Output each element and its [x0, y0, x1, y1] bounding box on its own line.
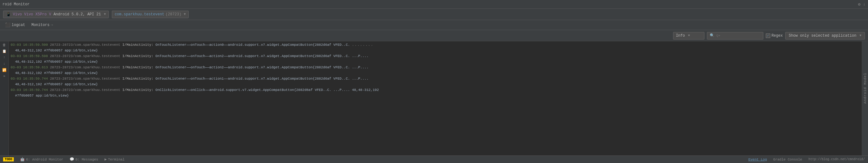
- android-monitor-tab[interactable]: 🤖 6: Android Monitor: [20, 157, 63, 162]
- search-icon: 🔍: [710, 33, 714, 38]
- gutter-delete-icon[interactable]: 🗑: [2, 42, 7, 47]
- log-cont-text-2: 48,48-312,192 #7f0b0057 app:id/btn_view}: [15, 59, 98, 65]
- phone-icon: 📱: [6, 12, 11, 17]
- minimize-icon[interactable]: ↓: [863, 2, 866, 7]
- log-pid-1: 28723-28723/com.sparkhuu.testevent: [50, 42, 122, 47]
- log-line[interactable]: 03-03 16:35:59.598 28723-28723/com.spark…: [9, 53, 862, 59]
- terminal-label: Terminal: [108, 158, 125, 161]
- log-tag-5: MainActivity:: [127, 87, 155, 93]
- regex-label: Regex: [772, 34, 783, 38]
- android-model-label: Android Model: [863, 73, 867, 104]
- log-cont-text-3: 48,48-312,192 #7f0b0057 app:id/btn_view}: [15, 70, 98, 76]
- url-text: http://blog.csdn.net/cmndroid/: [808, 158, 865, 161]
- log-level-1: I/: [122, 42, 126, 47]
- log-level-5: I/: [122, 87, 126, 93]
- tab-logcat[interactable]: ⬛ logcat: [2, 21, 28, 29]
- log-msg-5: OnClickListener——onClick——android.suppor…: [155, 87, 379, 93]
- log-continuation-1: 48,48-312,192 #7f0b0057 app:id/btn_view}: [9, 47, 862, 53]
- terminal-tab[interactable]: ▶ Terminal: [104, 157, 124, 162]
- messages-label: 0: Messages: [75, 158, 98, 161]
- title-bar: roid Monitor ⚙ ↓: [0, 0, 868, 9]
- log-pid-3: 28723-28723/com.sparkhuu.testevent: [50, 65, 122, 70]
- status-bar: TODO 🤖 6: Android Monitor 💬 0: Messages …: [0, 156, 868, 163]
- monitors-pin-icon: →: [51, 23, 53, 27]
- app-dropdown-arrow: ▼: [184, 12, 186, 16]
- log-level-2: I/: [122, 53, 126, 59]
- log-pid-4: 28723-28723/com.sparkhuu.testevent: [50, 76, 122, 82]
- tab-monitors[interactable]: Monitors →: [28, 22, 56, 29]
- device-dropdown-arrow: ▼: [104, 12, 106, 16]
- device-name: Vivo Vivo X5Pro V Android 5.0.2, API 21: [13, 12, 101, 17]
- level-dropdown[interactable]: Info ▼: [673, 32, 705, 39]
- level-dropdown-arrow: ▼: [688, 34, 690, 37]
- logcat-icon: ⬛: [5, 22, 10, 28]
- log-continuation-3: 48,48-312,192 #7f0b0057 app:id/btn_view}: [9, 70, 862, 76]
- log-lines: 03-03 16:35:59.500 28723-28723/com.spark…: [9, 41, 862, 156]
- log-level-4: I/: [122, 76, 126, 82]
- device-bar: 📱 Vivo Vivo X5Pro V Android 5.0.2, API 2…: [0, 9, 868, 20]
- regex-checkbox[interactable]: ✓: [766, 34, 770, 38]
- log-tag-1: MainActivity:: [127, 42, 155, 47]
- log-tag-2: MainActivity:: [127, 53, 155, 59]
- log-tag-4: MainActivity:: [127, 76, 155, 82]
- log-date-2: 03-03: [11, 53, 23, 59]
- log-time-3: 16:35:59.613: [23, 65, 50, 70]
- show-selected-dropdown-arrow: ▼: [860, 34, 861, 37]
- todo-badge[interactable]: TODO: [3, 157, 14, 161]
- log-date-1: 03-03: [11, 42, 23, 47]
- title-bar-left: roid Monitor: [2, 2, 29, 7]
- gutter-down-icon[interactable]: ↓: [2, 61, 7, 66]
- log-gutter: 🗑 📋 ↑ ↓ 🔁 »: [0, 41, 9, 156]
- app-selector[interactable]: com.sparkhuu.testevent (28723) ▼: [112, 11, 189, 18]
- tabs-bar: ⬛ logcat Monitors →: [0, 20, 868, 30]
- gutter-refresh-icon[interactable]: 🔁: [2, 67, 7, 73]
- messages-tab[interactable]: 💬 0: Messages: [69, 157, 98, 162]
- log-continuation-2: 48,48-312,192 #7f0b0057 app:id/btn_view}: [9, 59, 862, 65]
- app-title: roid Monitor: [2, 2, 29, 7]
- log-time-1: 16:35:59.500: [23, 42, 50, 47]
- log-date-3: 03-03: [11, 65, 23, 70]
- log-level-3: I/: [122, 65, 126, 70]
- app-name: com.sparkhuu.testevent: [115, 12, 164, 17]
- log-time-4: 16:35:59.744: [23, 76, 50, 82]
- terminal-icon: ▶: [104, 157, 106, 162]
- log-time-5: 16:35:59.744: [23, 87, 50, 93]
- level-label: Info: [676, 34, 685, 38]
- log-msg-2: OnTouchListener——onTouch——action2——andro…: [155, 53, 369, 59]
- log-line[interactable]: 03-03 16:35:59.744 28723-28723/com.spark…: [9, 87, 862, 93]
- log-pid-2: 28723-28723/com.sparkhuu.testevent: [50, 53, 122, 59]
- right-sidebar: Android Model: [862, 41, 868, 156]
- show-selected-button[interactable]: Show only selected application ▼: [785, 32, 865, 39]
- status-bar-right: Event Log Gradle Console http://blog.csd…: [748, 158, 865, 161]
- log-content: 🗑 📋 ↑ ↓ 🔁 » 03-03 16:35:59.500 28723-287…: [0, 41, 868, 156]
- title-bar-right: ⚙ ↓: [858, 2, 866, 7]
- log-time-2: 16:35:59.598: [23, 53, 50, 59]
- device-selector[interactable]: 📱 Vivo Vivo X5Pro V Android 5.0.2, API 2…: [3, 11, 109, 18]
- event-log-link[interactable]: Event Log: [748, 158, 767, 161]
- log-msg-1: OnTouchListener——onTouch——action0——andro…: [155, 42, 374, 47]
- log-tag-3: MainActivity:: [127, 65, 155, 70]
- log-line[interactable]: 03-03 16:35:59.500 28723-28723/com.spark…: [9, 42, 862, 47]
- gutter-more-icon[interactable]: »: [2, 73, 7, 79]
- log-date-5: 03-03: [11, 87, 23, 93]
- tab-logcat-label: logcat: [11, 23, 25, 27]
- log-cont-text-4: 48,48-312,192 #7f0b0057 app:id/btn_view}: [15, 82, 98, 87]
- gutter-copy-icon[interactable]: 📋: [2, 48, 7, 54]
- android-monitor-icon: 🤖: [20, 157, 25, 162]
- log-msg-4: OnTouchListener——onTouch——action1——andro…: [155, 76, 369, 82]
- log-cont-text-5: #7f0b0057 app:id/btn_view}: [15, 93, 69, 98]
- log-continuation-5: #7f0b0057 app:id/btn_view}: [9, 93, 862, 98]
- log-line[interactable]: 03-03 16:35:59.744 28723-28723/com.spark…: [9, 76, 862, 82]
- messages-icon: 💬: [69, 157, 74, 162]
- tab-monitors-label: Monitors: [31, 23, 50, 27]
- log-continuation-4: 48,48-312,192 #7f0b0057 app:id/btn_view}: [9, 82, 862, 87]
- search-box[interactable]: 🔍 Q▾: [707, 32, 763, 39]
- gradle-console-link[interactable]: Gradle Console: [773, 158, 802, 161]
- search-placeholder: Q▾: [716, 34, 720, 38]
- gutter-up-icon[interactable]: ↑: [2, 55, 7, 60]
- filter-bar: Info ▼ 🔍 Q▾ ✓ Regex Show only selected a…: [0, 30, 868, 41]
- log-line[interactable]: 03-03 16:35:59.613 28723-28723/com.spark…: [9, 65, 862, 70]
- show-selected-label: Show only selected application: [789, 34, 857, 38]
- settings-icon[interactable]: ⚙: [858, 2, 861, 7]
- regex-checkbox-group[interactable]: ✓ Regex: [766, 34, 783, 38]
